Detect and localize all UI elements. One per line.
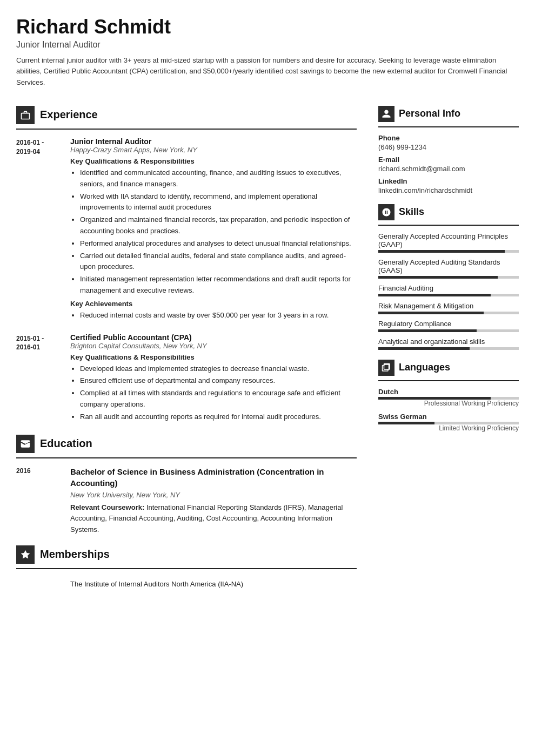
education-divider <box>16 457 357 458</box>
exp-qual-item-0-3: Performed analytical procedures and anal… <box>80 238 357 249</box>
skill-bar-fill-1 <box>378 276 498 279</box>
skill-name-0: Generally Accepted Accounting Principles… <box>378 232 519 248</box>
lang-name-1: Swiss German <box>378 413 519 421</box>
skill-name-4: Regulatory Compliance <box>378 320 519 328</box>
languages-list: DutchProfessional Working ProficiencySwi… <box>378 388 519 432</box>
education-list: 2016Bachelor of Science in Business Admi… <box>16 466 357 536</box>
memberships-divider <box>16 568 357 569</box>
personal-info-icon <box>378 106 394 122</box>
skill-item-1: Generally Accepted Auditing Standards (G… <box>378 258 519 279</box>
memberships-title: Memberships <box>40 548 110 561</box>
edu-content-0: Bachelor of Science in Business Administ… <box>70 466 357 536</box>
exp-title-1: Certified Public Accountant (CPA) <box>70 333 357 342</box>
skill-item-2: Financial Auditing <box>378 284 519 296</box>
skill-bar-bg-3 <box>378 312 519 314</box>
lang-level-1: Limited Working Proficiency <box>378 424 519 432</box>
languages-section-header: Languages <box>378 360 519 376</box>
language-icon-svg <box>382 363 391 373</box>
header: Richard Schmidt Junior Internal Auditor … <box>16 16 519 89</box>
experience-list: 2016-01 - 2019-04Junior Internal Auditor… <box>16 137 357 425</box>
edu-title-0: Bachelor of Science in Business Administ… <box>70 466 357 489</box>
skills-title: Skills <box>399 206 424 218</box>
person-icon <box>382 109 391 119</box>
linkedin-value: linkedin.com/in/richardschmidt <box>378 186 519 194</box>
exp-qual-item-0-1: Worked with IIA standard to identify, re… <box>80 191 357 214</box>
skill-name-3: Risk Management & Mitigation <box>378 302 519 310</box>
personal-info-header: Personal Info <box>378 106 519 122</box>
skill-item-4: Regulatory Compliance <box>378 320 519 332</box>
exp-qual-list-1: Developed ideas and implemented strategi… <box>70 363 357 423</box>
exp-qual-heading-1: Key Qualifications & Responsibilities <box>70 353 357 361</box>
email-value: richard.schmidt@gmail.com <box>378 165 519 173</box>
phone-value: (646) 999-1234 <box>378 143 519 151</box>
skill-item-0: Generally Accepted Accounting Principles… <box>378 232 519 253</box>
experience-section-header: Experience <box>16 106 357 124</box>
skills-section-header: Skills <box>378 204 519 220</box>
edu-school-0: New York University, New York, NY <box>70 491 357 499</box>
education-item-0: 2016Bachelor of Science in Business Admi… <box>16 466 357 536</box>
exp-qual-heading-0: Key Qualifications & Responsibilities <box>70 157 357 165</box>
exp-qual-item-1-1: Ensured efficient use of departmental an… <box>80 375 357 387</box>
skill-item-3: Risk Management & Mitigation <box>378 302 519 314</box>
experience-icon <box>16 106 35 124</box>
memberships-icon <box>16 545 35 564</box>
exp-company-1: Brighton Capital Consultants, New York, … <box>70 342 357 350</box>
skill-bar-bg-0 <box>378 250 519 253</box>
skill-bar-bg-1 <box>378 276 519 279</box>
exp-ach-list-0: Reduced internal costs and waste by over… <box>70 310 357 321</box>
exp-dates-0: 2016-01 - 2019-04 <box>16 137 70 323</box>
skill-bar-fill-5 <box>378 347 470 350</box>
exp-ach-heading-0: Key Achievements <box>70 300 357 308</box>
candidate-name: Richard Schmidt <box>16 16 519 38</box>
language-item-0: DutchProfessional Working Proficiency <box>378 388 519 407</box>
briefcase-icon <box>20 110 31 120</box>
email-label: E-mail <box>378 156 519 164</box>
language-item-1: Swiss GermanLimited Working Proficiency <box>378 413 519 432</box>
exp-dates-1: 2015-01 - 2016-01 <box>16 333 70 425</box>
education-section-header: Education <box>16 435 357 453</box>
membership-item-0: The Institute of Internal Auditors North… <box>16 577 357 591</box>
education-title: Education <box>40 437 92 450</box>
exp-content-1: Certified Public Accountant (CPA)Brighto… <box>70 333 357 425</box>
phone-group: Phone (646) 999-1234 <box>378 134 519 151</box>
exp-ach-item-0-0: Reduced internal costs and waste by over… <box>80 310 357 321</box>
personal-info-divider <box>378 126 519 127</box>
memberships-list: The Institute of Internal Auditors North… <box>16 577 357 591</box>
skills-icon <box>378 204 394 220</box>
experience-title: Experience <box>40 109 98 121</box>
linkedin-label: LinkedIn <box>378 177 519 185</box>
exp-company-0: Happy-Crazy Smart Apps, New York, NY <box>70 146 357 154</box>
experience-divider <box>16 129 357 130</box>
exp-qual-item-1-2: Complied at all times with standards and… <box>80 388 357 410</box>
skill-name-2: Financial Auditing <box>378 284 519 292</box>
exp-title-0: Junior Internal Auditor <box>70 137 357 146</box>
skill-bar-bg-2 <box>378 294 519 296</box>
skill-name-1: Generally Accepted Auditing Standards (G… <box>378 258 519 274</box>
experience-item-1: 2015-01 - 2016-01Certified Public Accoun… <box>16 333 357 425</box>
candidate-summary: Current internal junior auditor with 3+ … <box>16 55 519 89</box>
exp-qual-list-0: Identified and communicated accounting, … <box>70 167 357 296</box>
skill-name-5: Analytical and organizational skills <box>378 338 519 346</box>
left-column: Experience 2016-01 - 2019-04Junior Inter… <box>16 96 373 591</box>
edu-year-0: 2016 <box>16 466 70 536</box>
exp-qual-item-0-5: Initiated management representation lett… <box>80 274 357 296</box>
languages-icon <box>378 360 394 376</box>
linkedin-group: LinkedIn linkedin.com/in/richardschmidt <box>378 177 519 194</box>
main-layout: Experience 2016-01 - 2019-04Junior Inter… <box>16 96 519 591</box>
skills-divider <box>378 225 519 226</box>
education-icon <box>16 435 35 453</box>
phone-label: Phone <box>378 134 519 142</box>
experience-item-0: 2016-01 - 2019-04Junior Internal Auditor… <box>16 137 357 323</box>
skills-icon-svg <box>382 207 391 217</box>
skills-list: Generally Accepted Accounting Principles… <box>378 232 519 350</box>
languages-title: Languages <box>399 362 450 373</box>
exp-content-0: Junior Internal AuditorHappy-Crazy Smart… <box>70 137 357 323</box>
lang-level-0: Professional Working Proficiency <box>378 400 519 407</box>
skill-item-5: Analytical and organizational skills <box>378 338 519 350</box>
exp-qual-item-0-0: Identified and communicated accounting, … <box>80 167 357 190</box>
email-group: E-mail richard.schmidt@gmail.com <box>378 156 519 173</box>
exp-qual-item-0-2: Organized and maintained financial recor… <box>80 214 357 237</box>
lang-name-0: Dutch <box>378 388 519 396</box>
exp-qual-item-1-0: Developed ideas and implemented strategi… <box>80 363 357 375</box>
personal-info-title: Personal Info <box>399 108 460 119</box>
